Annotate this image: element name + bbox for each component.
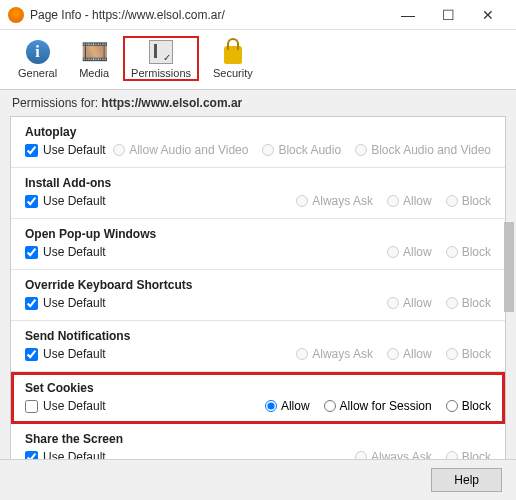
radio-allow-av[interactable]: Allow Audio and Video: [113, 143, 248, 157]
tab-permissions-label: Permissions: [131, 67, 191, 79]
section-popups: Open Pop-up Windows Use Default Allow Bl…: [11, 219, 505, 270]
info-icon: [24, 38, 52, 66]
section-title: Override Keyboard Shortcuts: [25, 278, 491, 292]
radio-allow[interactable]: Allow: [387, 245, 432, 259]
use-default-checkbox[interactable]: Use Default: [25, 143, 106, 157]
radio-block[interactable]: Block: [446, 347, 491, 361]
tab-permissions[interactable]: Permissions: [123, 36, 199, 81]
options: Allow Block: [387, 296, 491, 310]
radio-allow[interactable]: Allow: [265, 399, 310, 413]
permissions-list[interactable]: Autoplay Use Default Allow Audio and Vid…: [10, 116, 506, 500]
tab-media[interactable]: 🎞️ Media: [71, 36, 117, 81]
tab-security-label: Security: [213, 67, 253, 79]
tab-general[interactable]: General: [10, 36, 65, 81]
tab-general-label: General: [18, 67, 57, 79]
maximize-button[interactable]: ☐: [428, 0, 468, 30]
close-button[interactable]: ✕: [468, 0, 508, 30]
radio-allow[interactable]: Allow: [387, 194, 432, 208]
permissions-icon: [147, 38, 175, 66]
use-default-checkbox[interactable]: Use Default: [25, 399, 106, 413]
options: Always Ask Allow Block: [296, 194, 491, 208]
use-default-checkbox[interactable]: Use Default: [25, 245, 106, 259]
tab-media-label: Media: [79, 67, 109, 79]
media-icon: 🎞️: [80, 38, 108, 66]
radio-allow[interactable]: Allow: [387, 296, 432, 310]
radio-allow-session[interactable]: Allow for Session: [324, 399, 432, 413]
minimize-button[interactable]: —: [388, 0, 428, 30]
section-title: Autoplay: [25, 125, 491, 139]
footer: Help: [0, 459, 516, 500]
radio-block[interactable]: Block: [446, 399, 491, 413]
subheader-prefix: Permissions for:: [12, 96, 101, 110]
help-button[interactable]: Help: [431, 468, 502, 492]
radio-block-audio[interactable]: Block Audio: [262, 143, 341, 157]
use-default-checkbox[interactable]: Use Default: [25, 347, 106, 361]
scrollbar-thumb[interactable]: [504, 222, 514, 312]
radio-block[interactable]: Block: [446, 245, 491, 259]
section-notifications: Send Notifications Use Default Always As…: [11, 321, 505, 372]
radio-always-ask[interactable]: Always Ask: [296, 347, 373, 361]
subheader-url: https://www.elsol.com.ar: [101, 96, 242, 110]
section-autoplay: Autoplay Use Default Allow Audio and Vid…: [11, 117, 505, 168]
app-icon: [8, 7, 24, 23]
use-default-checkbox[interactable]: Use Default: [25, 194, 106, 208]
tab-security[interactable]: Security: [205, 36, 261, 81]
lock-icon: [219, 38, 247, 66]
window-title: Page Info - https://www.elsol.com.ar/: [30, 8, 388, 22]
radio-always-ask[interactable]: Always Ask: [296, 194, 373, 208]
options: Allow Block: [387, 245, 491, 259]
section-title: Install Add-ons: [25, 176, 491, 190]
radio-block-av[interactable]: Block Audio and Video: [355, 143, 491, 157]
section-keyboard: Override Keyboard Shortcuts Use Default …: [11, 270, 505, 321]
options: Always Ask Allow Block: [296, 347, 491, 361]
section-cookies: Set Cookies Use Default Allow Allow for …: [11, 372, 505, 424]
radio-block[interactable]: Block: [446, 194, 491, 208]
section-title: Open Pop-up Windows: [25, 227, 491, 241]
section-title: Send Notifications: [25, 329, 491, 343]
toolbar: General 🎞️ Media Permissions Security: [0, 30, 516, 90]
radio-block[interactable]: Block: [446, 296, 491, 310]
titlebar: Page Info - https://www.elsol.com.ar/ — …: [0, 0, 516, 30]
subheader: Permissions for: https://www.elsol.com.a…: [0, 90, 516, 116]
section-title: Share the Screen: [25, 432, 491, 446]
section-addons: Install Add-ons Use Default Always Ask A…: [11, 168, 505, 219]
options: Allow Audio and Video Block Audio Block …: [113, 143, 491, 157]
section-title: Set Cookies: [25, 381, 491, 395]
options: Allow Allow for Session Block: [265, 399, 491, 413]
use-default-checkbox[interactable]: Use Default: [25, 296, 106, 310]
radio-allow[interactable]: Allow: [387, 347, 432, 361]
